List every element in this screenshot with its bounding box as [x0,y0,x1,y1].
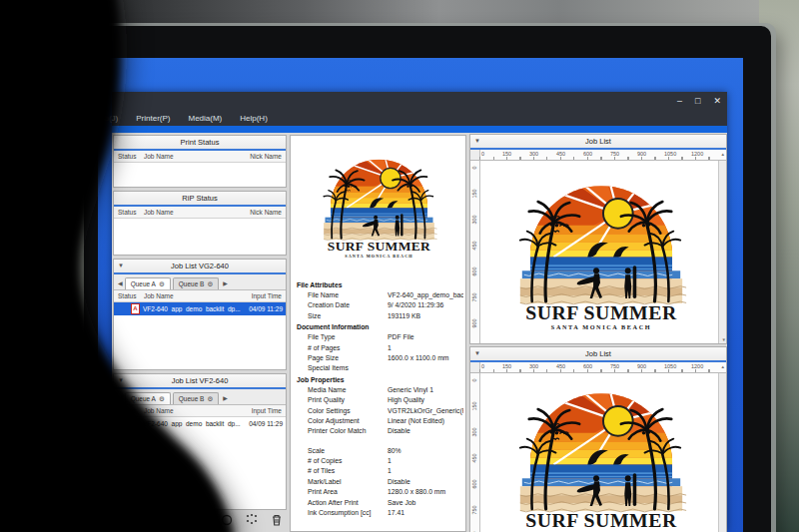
info-row: Special Items [297,363,463,373]
job-list-vg2-640-header[interactable]: ▼ Job List VG2-640 [114,260,286,274]
info-row: Media NameGeneric Vinyl 1 [297,385,463,395]
col-input-time: Input Time [252,405,282,416]
nest-jobs-icon[interactable] [246,513,258,527]
job-preview-large[interactable] [502,373,700,532]
job-preview-thumbnail [312,143,446,262]
menu-media[interactable]: Media(M) [188,114,222,123]
gear-icon[interactable]: ⚙ [159,393,165,404]
queue-tabs: ◀ Queue A ⚙ Queue B ⚙ ▶ [114,389,286,405]
scroll-up-icon[interactable]: ▲ [721,364,725,369]
gear-icon[interactable]: ⚙ [207,278,213,289]
scene-photo: – □ ✕ Job(J) Printer(P) Media(M) Help(H)… [0,0,799,532]
tab-scroll-left-icon[interactable]: ◀ [116,392,125,404]
job-input-time: 04/09 11:29 [249,305,283,312]
close-button[interactable]: ✕ [713,95,721,107]
job-preview-large[interactable] [502,162,700,335]
info-row: Color SettingsVGTR2LkOrGr_Generic(PVC... [297,406,463,416]
rip-status-panel: RiP Status Status Job Name Nick Name [113,191,287,256]
layout-canvas[interactable] [480,161,719,343]
tab-queue-b[interactable]: Queue B ⚙ [173,277,220,289]
info-row: Printer Color MatchDisable [297,426,463,436]
vertical-ruler: 0 150 300 450 600 750 900 [470,373,480,532]
tab-queue-a[interactable]: Queue A ⚙ [125,392,171,404]
pdf-file-icon: A [131,303,140,314]
job-toolbar [113,513,287,532]
job-name: VF2-640_app_demo_backlit_dp... [143,420,246,427]
cancel-job-icon[interactable] [221,513,233,527]
info-row: # of Pages1 [297,343,463,353]
col-nick-name: Nick Name [250,207,282,218]
print-status-header: Print Status [114,136,286,151]
col-status: Status [118,207,144,218]
col-job-name: Job Name [144,207,250,218]
info-row: Creation Date9/ 4/2020 11:29:36 [297,300,463,310]
info-row: Action After PrintSave Job [297,498,463,508]
col-input-time: Input Time [252,290,282,301]
minimize-button[interactable]: – [677,95,682,107]
section-job-properties: Job Properties [297,374,463,385]
job-list-viewport-header[interactable]: ▼ Job List [470,347,726,362]
info-row: Page Size1600.0 x 1100.0 mm [297,353,463,363]
job-row[interactable]: A VF2-640_app_demo_backlit_dp... 04/09 1… [114,417,286,430]
col-status: Status [118,290,144,301]
menu-bar: Job(J) Printer(P) Media(M) Help(H) [112,111,727,126]
pdf-file-icon: A [131,418,140,429]
menu-job[interactable]: Job(J) [98,114,118,123]
app-content: Print Status Status Job Name Nick Name R… [112,133,727,532]
info-row: Ink Consumption [cc]17.41 [297,508,463,518]
section-document-information: Document Information [297,321,463,332]
accent-bar [112,126,727,133]
scroll-up-icon[interactable]: ▲ [721,152,725,157]
window-titlebar[interactable]: – □ ✕ [112,92,727,111]
queue-tabs: ◀ Queue A ⚙ Queue B ⚙ ▶ [114,274,286,290]
maximize-button[interactable]: □ [695,95,700,107]
collapse-caret-icon[interactable]: ▼ [118,260,124,272]
gear-icon[interactable]: ⚙ [159,278,165,289]
section-file-attributes: File Attributes [297,279,463,290]
tab-queue-a[interactable]: Queue A ⚙ [125,277,171,289]
viewport-body: 0 150 300 450 600 750 900 ▼ [470,161,726,343]
job-name: VF2-640_app_demo_backlit_dp... [143,305,246,312]
info-row: Print Area1280.0 x 880.0 mm [297,487,463,497]
layout-canvas[interactable] [480,373,719,532]
gear-icon[interactable]: ⚙ [207,393,213,404]
job-list-viewport-header[interactable]: ▼ Job List [470,135,726,150]
print-status-panel: Print Status Status Job Name Nick Name [113,135,287,188]
collapse-caret-icon[interactable]: ▼ [474,347,480,360]
tab-queue-b[interactable]: Queue B ⚙ [173,392,220,404]
tab-scroll-left-icon[interactable]: ◀ [116,277,125,289]
tab-label: Queue B [179,393,205,404]
vertical-ruler: 0 150 300 450 600 750 900 [470,161,480,343]
tab-scroll-right-icon[interactable]: ▶ [221,392,230,404]
tab-label: Queue A [131,393,156,404]
horizontal-ruler: 0 150 300 450 600 750 900 1050 1200 ▲ [470,150,726,161]
info-row: Scale80% [297,446,463,456]
scroll-down-icon[interactable]: ▼ [722,337,726,342]
menu-help[interactable]: Help(H) [240,114,268,123]
job-list-vf2-640-header[interactable]: ▼ Job List VF2-640 [114,374,286,389]
job-input-time: 04/09 11:29 [249,420,283,427]
rip-software-window: – □ ✕ Job(J) Printer(P) Media(M) Help(H)… [112,92,727,532]
job-row-selected[interactable]: A VF2-640_app_demo_backlit_dp... 04/09 1… [114,302,286,315]
monitor-screen: – □ ✕ Job(J) Printer(P) Media(M) Help(H)… [98,58,743,532]
tab-scroll-right-icon[interactable]: ▶ [221,277,230,289]
collapse-caret-icon[interactable]: ▼ [474,135,480,148]
horizontal-ruler: 0 150 300 450 600 750 900 1050 1200 ▲ [470,362,726,373]
vertical-scrollbar[interactable]: ▼ [718,161,726,343]
info-row: File NameVF2-640_app_demo_backli... [297,290,463,300]
job-list-vg2-640-panel: ▼ Job List VG2-640 ◀ Queue A ⚙ Queue B ⚙ [113,259,287,370]
menu-printer[interactable]: Printer(P) [136,114,170,123]
info-row: # of Copies1 [297,456,463,466]
col-status: Status [118,151,144,162]
collapse-caret-icon[interactable]: ▼ [118,374,124,387]
col-status: Status [118,405,144,416]
rip-status-header: RiP Status [114,192,286,207]
panel-title: Job List VF2-640 [172,376,229,385]
vertical-scrollbar[interactable] [718,373,726,532]
viewport-body: 0 150 300 450 600 750 900 [470,373,726,532]
download-job-icon[interactable] [196,513,208,527]
job-details-panel: File Attributes File NameVF2-640_app_dem… [290,135,466,532]
job-info-list: File Attributes File NameVF2-640_app_dem… [297,279,463,518]
job-list-viewport-1: ▼ Job List 0 150 300 450 600 750 900 105… [469,134,727,344]
delete-job-icon[interactable] [271,513,283,527]
